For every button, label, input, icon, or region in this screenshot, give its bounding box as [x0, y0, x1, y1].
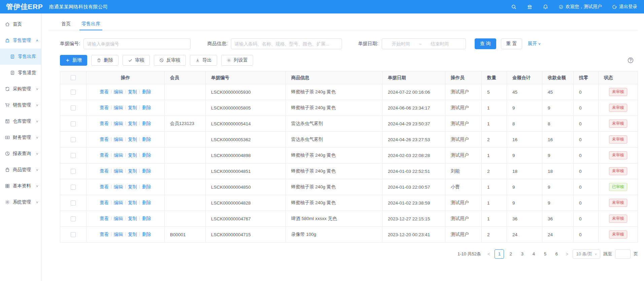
row-action-view[interactable]: 查看	[100, 168, 109, 174]
page-number-5[interactable]: 5	[540, 249, 550, 259]
row-action-edit[interactable]: 编辑	[114, 216, 123, 221]
bell-icon[interactable]	[543, 4, 548, 10]
sidebar-item-8[interactable]: 报表查询∨	[0, 146, 41, 162]
row-action-copy[interactable]: 复制	[128, 153, 137, 158]
tab-1[interactable]: 零售出库	[76, 19, 106, 30]
row-action-view[interactable]: 查看	[100, 89, 109, 94]
building-icon[interactable]	[527, 4, 533, 10]
page-number-6[interactable]: 6	[552, 249, 561, 259]
sidebar-item-0[interactable]: 首页	[0, 16, 41, 32]
row-action-copy[interactable]: 复制	[128, 89, 137, 94]
row-checkbox[interactable]	[71, 137, 76, 142]
row-checkbox[interactable]	[71, 121, 76, 126]
delete-button[interactable]: 删除	[91, 55, 118, 66]
row-action-copy[interactable]: 复制	[128, 121, 137, 126]
row-action-edit[interactable]: 编辑	[114, 200, 123, 205]
sidebar-item-6[interactable]: 仓库管理∨	[0, 113, 41, 129]
row-action-view[interactable]: 查看	[100, 137, 109, 142]
date-start-input[interactable]	[384, 41, 418, 46]
row-checkbox[interactable]	[71, 169, 76, 174]
row-action-copy[interactable]: 复制	[128, 168, 137, 174]
date-end-input[interactable]	[423, 41, 456, 46]
row-action-delete[interactable]: 删除	[142, 137, 151, 142]
order-no-input[interactable]	[83, 38, 191, 49]
expand-link[interactable]: 展开 ∨	[528, 41, 541, 47]
row-action-edit[interactable]: 编辑	[114, 105, 123, 110]
row-checkbox[interactable]	[71, 105, 76, 111]
row-action-view[interactable]: 查看	[100, 121, 109, 126]
row-action-edit[interactable]: 编辑	[114, 168, 123, 174]
sidebar-item-4[interactable]: 采购管理∨	[0, 81, 41, 97]
row-action-edit[interactable]: 编辑	[114, 232, 123, 237]
row-action-edit[interactable]: 编辑	[114, 121, 123, 126]
row-action-view[interactable]: 查看	[100, 184, 109, 189]
tab-0[interactable]: 首页	[56, 19, 76, 30]
download-icon	[195, 58, 200, 63]
page-number-1[interactable]: 1	[495, 249, 504, 259]
page-size-select[interactable]: 10 条/页 ∨	[573, 249, 600, 259]
row-action-delete[interactable]: 删除	[142, 121, 151, 126]
row-action-delete[interactable]: 删除	[142, 232, 151, 237]
welcome-user[interactable]: 欢迎您，测试用户	[558, 4, 602, 10]
help-icon[interactable]	[627, 57, 634, 64]
status-badge: 未审核	[609, 230, 627, 239]
row-action-view[interactable]: 查看	[100, 105, 109, 110]
row-checkbox[interactable]	[71, 90, 76, 95]
audit-button[interactable]: 审核	[123, 55, 150, 66]
add-button[interactable]: 新增	[60, 55, 87, 66]
row-action-copy[interactable]: 复制	[128, 137, 137, 142]
row-checkbox[interactable]	[71, 153, 76, 158]
row-checkbox[interactable]	[71, 216, 76, 221]
row-action-delete[interactable]: 删除	[142, 105, 151, 110]
row-checkbox[interactable]	[71, 185, 76, 190]
sidebar-item-3[interactable]: 零售退货	[0, 65, 41, 81]
export-button[interactable]: 导出	[190, 55, 217, 66]
row-action-delete[interactable]: 删除	[142, 200, 151, 205]
row-action-view[interactable]: 查看	[100, 232, 109, 237]
select-all-checkbox[interactable]	[71, 75, 76, 80]
row-action-edit[interactable]: 编辑	[114, 153, 123, 158]
row-action-copy[interactable]: 复制	[128, 232, 137, 237]
row-action-copy[interactable]: 复制	[128, 184, 137, 189]
row-action-edit[interactable]: 编辑	[114, 184, 123, 189]
sidebar-item-7[interactable]: 财务管理∨	[0, 129, 41, 146]
search-icon[interactable]	[511, 4, 517, 10]
unaudit-button[interactable]: 反审核	[154, 55, 186, 66]
page-number-2[interactable]: 2	[506, 249, 515, 259]
next-page-icon[interactable]: >	[564, 251, 570, 257]
row-checkbox[interactable]	[71, 200, 76, 206]
row-action-view[interactable]: 查看	[100, 216, 109, 221]
column-settings-button[interactable]: 列设置	[221, 55, 253, 66]
row-action-delete[interactable]: 删除	[142, 89, 151, 94]
sidebar-item-2[interactable]: 零售出库	[0, 49, 41, 65]
prev-page-icon[interactable]: <	[486, 251, 492, 257]
user-status-icon	[558, 4, 564, 9]
row-action-copy[interactable]: 复制	[128, 216, 137, 221]
row-action-edit[interactable]: 编辑	[114, 89, 123, 94]
row-action-view[interactable]: 查看	[100, 153, 109, 158]
sidebar-item-5[interactable]: 销售管理∨	[0, 97, 41, 113]
row-action-delete[interactable]: 删除	[142, 153, 151, 158]
row-action-delete[interactable]: 删除	[142, 184, 151, 189]
date-range-picker[interactable]: ~	[382, 38, 466, 49]
cell-amount: 9	[507, 148, 542, 163]
sidebar-item-11[interactable]: 系统管理∨	[0, 194, 41, 210]
reset-button[interactable]: 重 置	[501, 38, 522, 49]
sidebar-item-10[interactable]: 基本资料∨	[0, 178, 41, 194]
cell-operator: 刘能	[445, 163, 482, 179]
product-info-input[interactable]	[231, 38, 342, 49]
row-action-view[interactable]: 查看	[100, 200, 109, 205]
page-number-3[interactable]: 3	[517, 249, 527, 259]
row-checkbox[interactable]	[71, 232, 76, 237]
jump-page-input[interactable]	[615, 249, 631, 259]
row-action-edit[interactable]: 编辑	[114, 137, 123, 142]
sidebar-item-1[interactable]: 零售管理∧	[0, 32, 41, 49]
row-action-copy[interactable]: 复制	[128, 105, 137, 110]
row-action-copy[interactable]: 复制	[128, 200, 137, 205]
search-button[interactable]: 查 询	[475, 38, 496, 49]
row-action-delete[interactable]: 删除	[142, 168, 151, 174]
row-action-delete[interactable]: 删除	[142, 216, 151, 221]
sidebar-item-9[interactable]: 商品管理∨	[0, 162, 41, 178]
logout-button[interactable]: 退出登录	[612, 4, 637, 10]
page-number-4[interactable]: 4	[529, 249, 538, 259]
